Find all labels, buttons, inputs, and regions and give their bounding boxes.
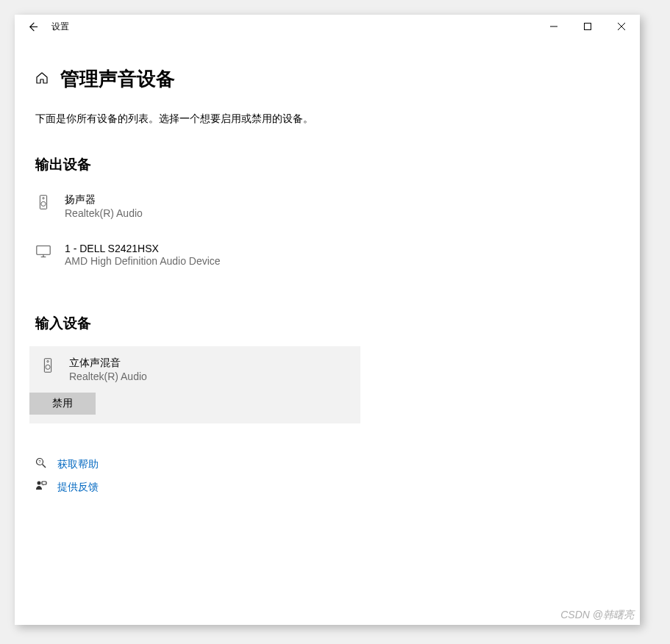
svg-text:?: ? bbox=[38, 459, 41, 464]
help-icon: ? bbox=[35, 457, 47, 471]
speaker-icon bbox=[40, 357, 56, 373]
device-name: 扬声器 bbox=[65, 193, 143, 207]
device-text: 1 - DELL S2421HSX AMD High Definition Au… bbox=[65, 243, 221, 267]
arrow-left-icon bbox=[27, 21, 38, 32]
close-button[interactable] bbox=[605, 15, 638, 38]
disable-button[interactable]: 禁用 bbox=[29, 393, 96, 415]
page-description: 下面是你所有设备的列表。选择一个想要启用或禁用的设备。 bbox=[35, 112, 619, 126]
maximize-button[interactable] bbox=[571, 15, 605, 38]
back-button[interactable] bbox=[24, 18, 41, 35]
device-text: 扬声器 Realtek(R) Audio bbox=[65, 193, 143, 219]
selected-device-panel: 立体声混音 Realtek(R) Audio 禁用 bbox=[29, 346, 360, 423]
feedback-row: 提供反馈 bbox=[35, 480, 619, 494]
settings-window: 设置 管理声音设备 下面是你所有设备的列表。选择一个想要启用或禁用的设备。 输出… bbox=[15, 15, 640, 625]
output-device-speaker[interactable]: 扬声器 Realtek(R) Audio bbox=[29, 187, 619, 225]
help-links: ? 获取帮助 提供反馈 bbox=[35, 457, 619, 494]
titlebar: 设置 bbox=[15, 15, 640, 38]
minimize-icon bbox=[550, 23, 557, 30]
get-help-row: ? 获取帮助 bbox=[35, 457, 619, 471]
home-icon[interactable] bbox=[35, 71, 49, 87]
output-device-monitor[interactable]: 1 - DELL S2421HSX AMD High Definition Au… bbox=[29, 237, 619, 273]
page-header: 管理声音设备 bbox=[35, 66, 619, 92]
input-device-stereo-mix[interactable]: 立体声混音 Realtek(R) Audio bbox=[29, 346, 360, 388]
content-area: 管理声音设备 下面是你所有设备的列表。选择一个想要启用或禁用的设备。 输出设备 … bbox=[15, 38, 640, 625]
feedback-icon bbox=[35, 480, 47, 494]
svg-point-2 bbox=[43, 197, 44, 198]
device-sub: Realtek(R) Audio bbox=[69, 371, 147, 382]
svg-rect-11 bbox=[42, 482, 46, 484]
device-sub: AMD High Definition Audio Device bbox=[65, 255, 221, 267]
device-text: 立体声混音 Realtek(R) Audio bbox=[69, 357, 147, 382]
device-sub: Realtek(R) Audio bbox=[65, 207, 143, 219]
page-title: 管理声音设备 bbox=[60, 66, 175, 92]
monitor-icon bbox=[35, 243, 51, 259]
device-name: 1 - DELL S2421HSX bbox=[65, 243, 221, 254]
feedback-link[interactable]: 提供反馈 bbox=[57, 481, 99, 494]
svg-rect-4 bbox=[37, 246, 50, 255]
output-section-title: 输出设备 bbox=[35, 155, 619, 174]
svg-point-6 bbox=[47, 360, 49, 362]
svg-rect-0 bbox=[585, 24, 591, 30]
device-name: 立体声混音 bbox=[69, 357, 147, 370]
svg-point-3 bbox=[41, 201, 46, 206]
window-title: 设置 bbox=[51, 21, 69, 33]
close-icon bbox=[618, 23, 625, 30]
maximize-icon bbox=[584, 23, 591, 30]
svg-point-10 bbox=[38, 482, 41, 485]
input-section-title: 输入设备 bbox=[35, 314, 619, 333]
get-help-link[interactable]: 获取帮助 bbox=[57, 458, 99, 471]
speaker-icon bbox=[35, 193, 51, 210]
svg-point-7 bbox=[46, 365, 50, 369]
minimize-button[interactable] bbox=[537, 15, 571, 38]
